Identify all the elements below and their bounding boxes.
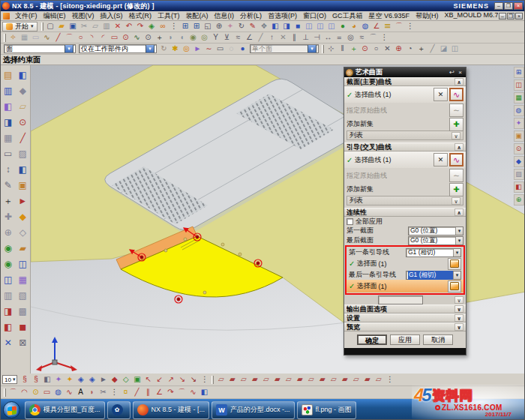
auto-constraint-icon[interactable]: ⌒ (368, 32, 379, 43)
menu-item[interactable]: 工具(T) (154, 11, 183, 21)
section-continuity[interactable]: 连续性 ∧ (344, 208, 466, 217)
sheet-op-icon-15[interactable]: ▱ (373, 374, 384, 385)
first-guide-select[interactable]: G1 (相切) ▾ (406, 248, 461, 257)
pattern-icon[interactable]: ⊕ (2, 224, 15, 240)
finish-sketch-icon[interactable]: ▦ (19, 32, 30, 43)
overflow6-icon[interactable]: ⋮ (109, 387, 120, 398)
rect2-icon[interactable]: ▭ (41, 387, 52, 398)
right-tool-9-icon[interactable]: ▨ (514, 169, 524, 180)
bend-icon[interactable]: ◇ (16, 224, 29, 240)
origin-curve-icon[interactable]: ∼ (449, 104, 464, 117)
constraint-nav-icon[interactable]: ◧ (2, 98, 15, 114)
surface-icon[interactable]: ◗ (165, 32, 176, 43)
collinear-icon[interactable]: ＝ (334, 32, 345, 43)
louver-icon[interactable]: ▧ (16, 287, 29, 303)
extrude-icon[interactable]: ◧ (270, 21, 281, 32)
arrow2-icon[interactable]: ► (16, 193, 29, 208)
expand-icon[interactable]: ∨ (454, 296, 464, 304)
undo-icon[interactable]: ↶ (124, 21, 135, 32)
two-lines-icon[interactable]: ‖ (337, 44, 348, 54)
quadrant-icon[interactable]: ◔ (404, 44, 416, 54)
tool-icon[interactable]: ✚ (2, 208, 15, 224)
end-point-icon[interactable]: ⊙ (359, 44, 370, 54)
yellow-star-icon[interactable]: ✦ (64, 374, 75, 385)
sweep-icon[interactable]: ◆ (16, 82, 29, 98)
deselect-icon[interactable]: ✕ (434, 88, 448, 101)
collapse-icon[interactable]: ∧ (454, 143, 464, 151)
link-icon[interactable]: ∞ (158, 21, 169, 32)
arrow-tool-icon[interactable]: ↕ (2, 161, 15, 177)
title-bar[interactable]: NX 8.5 - 建模 - [sitong-xieding.prt (修改的) … (1, 1, 524, 11)
select-curve-row-guide[interactable]: ✓ 选择曲线 (1) ✕ ∿ (344, 152, 466, 168)
text-icon[interactable]: A (75, 387, 86, 398)
list-bar-guide[interactable]: 列表 ∨ (346, 196, 464, 206)
paste-icon[interactable]: ▥ (101, 21, 112, 32)
sketch-pencil-icon[interactable]: ✎ (248, 21, 259, 32)
origin-curve-row-main[interactable]: 指定原始曲线 ∼ (344, 103, 466, 118)
doc-close-icon[interactable]: × (515, 13, 523, 20)
expand-icon[interactable]: ∨ (452, 197, 460, 205)
face2-snap-icon[interactable]: ◫ (449, 44, 460, 54)
ok-button[interactable]: 确定 (357, 334, 387, 345)
selection-scope-select[interactable]: 单个面 (250, 44, 319, 53)
round-icon[interactable]: ◉ (2, 240, 15, 256)
right-tool-4-icon[interactable]: ◍ (514, 105, 524, 116)
highlight-tool-icon[interactable]: ¤ (120, 387, 131, 398)
role-icon[interactable]: ▤ (2, 67, 15, 82)
curve-rule-icon[interactable]: ∿ (449, 88, 464, 101)
intersection-icon[interactable]: ✕ (382, 44, 393, 54)
bead-icon[interactable]: ▩ (16, 303, 29, 319)
dropdown-icon[interactable]: ▾ (455, 227, 463, 235)
menu-item[interactable]: 文件(F) (12, 11, 40, 21)
sphere2-icon[interactable]: ◍ (52, 387, 64, 398)
flange-icon[interactable]: ▰ (16, 240, 29, 256)
right-tool-6-icon[interactable]: ▣ (514, 130, 524, 142)
cross-icon[interactable]: ✕ (278, 32, 289, 43)
vector-icon[interactable]: ◈ (75, 374, 86, 385)
redo-icon[interactable]: ↷ (135, 21, 146, 32)
spline-icon[interactable]: ∿ (41, 32, 52, 43)
right-tool-1-icon[interactable]: ⊞ (514, 67, 524, 78)
start-orb-icon[interactable] (3, 401, 20, 418)
refresh-icon[interactable]: ◈ (146, 21, 158, 32)
hand-icon[interactable]: ✱ (170, 44, 181, 54)
section-settings[interactable]: 设置 ∨ (344, 314, 466, 322)
right-tool-10-icon[interactable]: ◧ (514, 182, 524, 193)
concentric-icon[interactable]: ◎ (345, 32, 356, 43)
right-tool-5-icon[interactable]: ✦ (514, 118, 524, 129)
sheet-op-icon-14[interactable]: ▰ (362, 374, 373, 385)
sheet-op-icon-9[interactable]: ▱ (305, 374, 316, 385)
deselect-icon[interactable]: ✕ (434, 153, 448, 166)
sheet-op-icon-13[interactable]: ▱ (350, 374, 362, 385)
extrude2-icon[interactable]: ◧ (16, 67, 29, 82)
arc4-icon[interactable]: ⌒ (176, 387, 188, 398)
section-main-curves[interactable]: 截面(主要)曲线 ∧ (344, 77, 466, 86)
section-preview[interactable]: 预览 ∨ (344, 322, 466, 332)
overflow4-icon[interactable]: ⋮ (199, 374, 210, 385)
n-sided-icon[interactable]: ◉ (188, 32, 199, 43)
hatch-icon[interactable]: ▨ (16, 146, 29, 161)
plus-icon[interactable]: ＋ (154, 32, 165, 43)
circle-icon[interactable]: ○ (75, 32, 86, 43)
menu-item[interactable]: 插入(S) (98, 11, 126, 21)
sheet-op-icon-10[interactable]: ▰ (316, 374, 328, 385)
sheet-op-icon-1[interactable]: ▱ (215, 374, 226, 385)
origin-curve-icon[interactable]: ∼ (449, 169, 464, 182)
wire-cube3-icon[interactable]: ◫ (326, 21, 338, 32)
expand-icon[interactable]: ∨ (452, 132, 460, 140)
sheet-op-icon-11[interactable]: ▱ (328, 374, 339, 385)
menu-item[interactable]: 视图(V) (69, 11, 98, 21)
snap-point-icon[interactable]: ⊹ (326, 44, 337, 54)
expand-icon[interactable]: ∨ (454, 314, 464, 322)
parallel2-icon[interactable]: ∥ (142, 387, 154, 398)
expand-icon[interactable]: ∨ (454, 305, 464, 313)
ball-icon[interactable]: ● (237, 44, 248, 54)
green-plus-icon[interactable]: ＋ (348, 44, 359, 54)
menu-item[interactable]: 装配(A) (183, 11, 212, 21)
hidden-select[interactable] (378, 296, 423, 304)
menu-item[interactable]: GC工具箱 (329, 11, 366, 21)
curve-rule-icon[interactable]: ∿ (449, 153, 464, 166)
cube-style-icon[interactable]: ◧ (41, 374, 52, 385)
face-select-icon[interactable] (448, 280, 461, 292)
constraint-y-icon[interactable]: Y (210, 32, 221, 43)
